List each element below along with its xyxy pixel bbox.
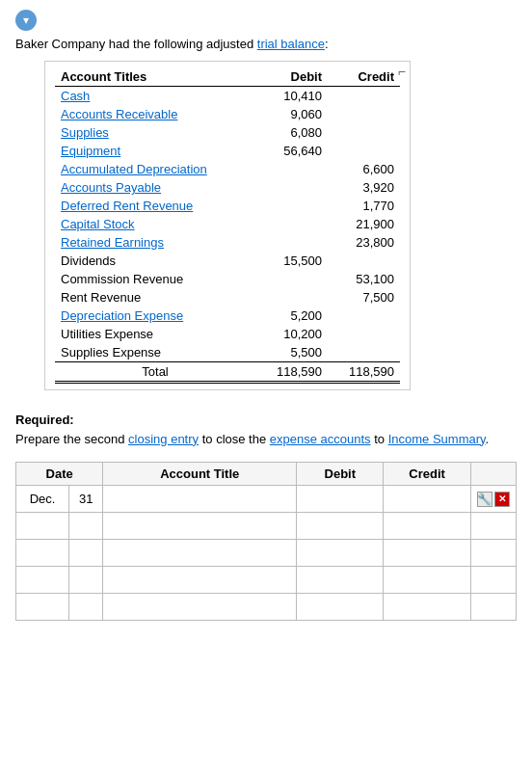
tb-account-cell: Dividends bbox=[55, 252, 255, 270]
remove-row-icon[interactable]: ✕ bbox=[494, 492, 510, 507]
tb-total-credit: 118,590 bbox=[328, 362, 400, 383]
tb-account-cell[interactable]: Supplies bbox=[55, 123, 255, 142]
tb-total-debit: 118,590 bbox=[255, 362, 328, 383]
journal-row bbox=[16, 540, 517, 567]
tb-credit-cell: 21,900 bbox=[328, 215, 400, 233]
add-row-icon[interactable]: 🔧 bbox=[477, 492, 492, 507]
tb-debit-cell: 9,060 bbox=[255, 105, 328, 123]
tb-row: Retained Earnings23,800 bbox=[55, 233, 400, 252]
journal-credit-cell[interactable] bbox=[384, 513, 470, 540]
tb-row: Accounts Receivable9,060 bbox=[55, 105, 400, 123]
journal-day-cell: 31 bbox=[69, 486, 103, 513]
journal-date-cell bbox=[16, 513, 69, 540]
journal-credit-cell[interactable] bbox=[384, 540, 470, 567]
journal-header-credit: Credit bbox=[384, 463, 470, 486]
tb-credit-cell: 7,500 bbox=[328, 288, 400, 307]
journal-date-cell bbox=[16, 594, 69, 621]
tb-total-row: Total118,590118,590 bbox=[55, 362, 400, 383]
tb-total-label: Total bbox=[55, 362, 255, 383]
expense-accounts-link[interactable]: expense accounts bbox=[270, 432, 371, 446]
tb-row: Accumulated Depreciation6,600 bbox=[55, 160, 400, 178]
closing-entry-link[interactable]: closing entry bbox=[128, 432, 199, 446]
intro-text-before: Baker Company had the following adjusted bbox=[15, 37, 257, 51]
journal-table: Date Account Title Debit Credit Dec.31 🔧… bbox=[15, 462, 517, 621]
tb-debit-cell bbox=[255, 160, 328, 178]
journal-debit-cell[interactable] bbox=[297, 567, 384, 594]
tb-credit-cell bbox=[328, 343, 400, 362]
journal-account-cell[interactable] bbox=[103, 513, 297, 540]
tb-debit-cell bbox=[255, 270, 328, 288]
tb-credit-cell bbox=[328, 325, 400, 343]
journal-date-cell bbox=[16, 567, 69, 594]
tb-debit-cell: 5,500 bbox=[255, 343, 328, 362]
tb-debit-cell: 10,200 bbox=[255, 325, 328, 343]
tb-account-cell: Utilities Expense bbox=[55, 325, 255, 343]
tb-account-cell[interactable]: Equipment bbox=[55, 142, 255, 160]
tb-credit-cell bbox=[328, 142, 400, 160]
journal-action-cell bbox=[470, 594, 516, 621]
required-text-mid2: to bbox=[371, 432, 388, 446]
income-summary-link[interactable]: Income Summary bbox=[388, 432, 486, 446]
tb-account-cell[interactable]: Retained Earnings bbox=[55, 233, 255, 252]
journal-header-actions bbox=[470, 463, 516, 486]
tb-account-cell[interactable]: Accounts Receivable bbox=[55, 105, 255, 123]
journal-debit-cell[interactable] bbox=[297, 513, 384, 540]
nav-button[interactable]: ▾ bbox=[15, 10, 37, 31]
journal-day-cell bbox=[69, 513, 103, 540]
tb-credit-cell bbox=[328, 105, 400, 123]
tb-debit-cell bbox=[255, 197, 328, 215]
tb-account-cell: Rent Revenue bbox=[55, 288, 255, 307]
tb-account-cell[interactable]: Accounts Payable bbox=[55, 178, 255, 197]
tb-row: Supplies Expense5,500 bbox=[55, 343, 400, 362]
journal-header-debit: Debit bbox=[297, 463, 384, 486]
trial-balance-link[interactable]: trial balance bbox=[257, 37, 325, 51]
journal-row bbox=[16, 513, 517, 540]
tb-debit-cell: 56,640 bbox=[255, 142, 328, 160]
tb-row: Commission Revenue53,100 bbox=[55, 270, 400, 288]
journal-credit-cell[interactable] bbox=[384, 486, 470, 513]
journal-credit-cell[interactable] bbox=[384, 567, 470, 594]
journal-account-cell[interactable] bbox=[103, 594, 297, 621]
tb-debit-cell bbox=[255, 233, 328, 252]
required-text-before: Prepare the second bbox=[15, 432, 128, 446]
journal-debit-cell[interactable] bbox=[297, 594, 384, 621]
tb-account-cell[interactable]: Accumulated Depreciation bbox=[55, 160, 255, 178]
tb-row: Equipment56,640 bbox=[55, 142, 400, 160]
required-section: Required: Prepare the second closing ent… bbox=[15, 411, 517, 448]
journal-header-account: Account Title bbox=[103, 463, 297, 486]
journal-credit-cell[interactable] bbox=[384, 594, 470, 621]
tb-credit-cell bbox=[328, 252, 400, 270]
journal-row bbox=[16, 594, 517, 621]
journal-header-date: Date bbox=[16, 463, 103, 486]
journal-account-cell[interactable] bbox=[103, 567, 297, 594]
journal-date-cell: Dec. bbox=[16, 486, 69, 513]
tb-credit-cell: 53,100 bbox=[328, 270, 400, 288]
journal-action-cell bbox=[470, 540, 516, 567]
tb-row: Accounts Payable3,920 bbox=[55, 178, 400, 197]
journal-row bbox=[16, 567, 517, 594]
tb-credit-cell bbox=[328, 123, 400, 142]
tb-account-cell[interactable]: Cash bbox=[55, 87, 255, 106]
journal-debit-cell[interactable] bbox=[297, 540, 384, 567]
tb-header-debit: Debit bbox=[255, 67, 328, 87]
tb-debit-cell: 10,410 bbox=[255, 87, 328, 106]
tb-account-cell[interactable]: Deferred Rent Revenue bbox=[55, 197, 255, 215]
tb-header-credit: Credit bbox=[328, 67, 400, 87]
journal-date-cell bbox=[16, 540, 69, 567]
journal-account-cell[interactable] bbox=[103, 486, 297, 513]
tb-header-account: Account Titles bbox=[55, 67, 255, 87]
tb-credit-cell: 23,800 bbox=[328, 233, 400, 252]
tb-row: Capital Stock21,900 bbox=[55, 215, 400, 233]
tb-account-cell[interactable]: Capital Stock bbox=[55, 215, 255, 233]
tb-debit-cell bbox=[255, 178, 328, 197]
tb-row: Utilities Expense10,200 bbox=[55, 325, 400, 343]
tb-account-cell[interactable]: Depreciation Expense bbox=[55, 307, 255, 325]
journal-day-cell bbox=[69, 540, 103, 567]
required-label: Required: bbox=[15, 413, 74, 427]
trial-balance-table: Account Titles Debit Credit Cash10,410Ac… bbox=[55, 67, 400, 384]
journal-action-cell[interactable]: 🔧 ✕ bbox=[470, 486, 516, 513]
tb-credit-cell: 1,770 bbox=[328, 197, 400, 215]
intro-paragraph: Baker Company had the following adjusted… bbox=[15, 37, 517, 51]
journal-account-cell[interactable] bbox=[103, 540, 297, 567]
journal-debit-cell[interactable] bbox=[297, 486, 384, 513]
